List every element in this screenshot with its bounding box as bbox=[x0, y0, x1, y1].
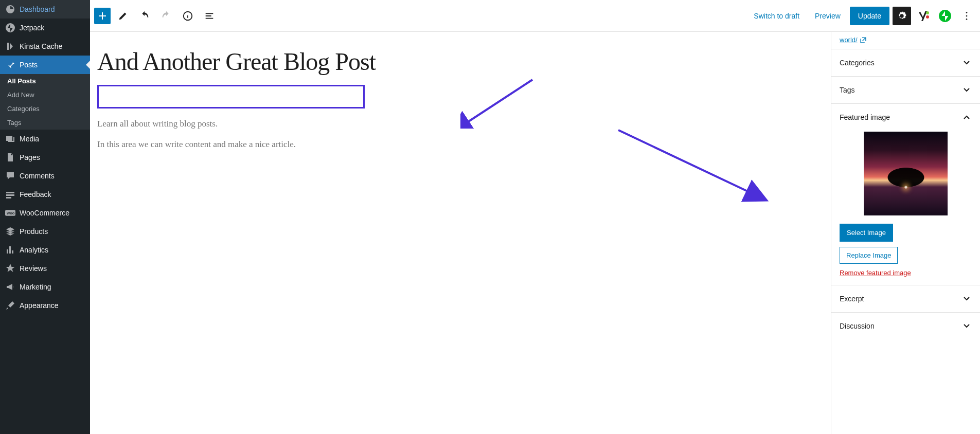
analytics-icon bbox=[5, 245, 15, 255]
edit-mode-button[interactable] bbox=[114, 7, 132, 25]
sidebar-item-marketing[interactable]: Marketing bbox=[0, 278, 90, 296]
sidebar-item-jetpack[interactable]: Jetpack bbox=[0, 19, 90, 37]
svg-point-7 bbox=[926, 15, 929, 19]
sidebar-label: Reviews bbox=[20, 264, 47, 273]
paragraph-block[interactable]: Learn all about writing blog posts. bbox=[97, 119, 623, 129]
sidebar-label: Comments bbox=[20, 172, 55, 180]
sidebar-item-dashboard[interactable]: Dashboard bbox=[0, 0, 90, 19]
switch-to-draft-button[interactable]: Switch to draft bbox=[747, 9, 806, 23]
sidebar-item-feedback[interactable]: Feedback bbox=[0, 185, 90, 204]
products-icon bbox=[5, 226, 15, 237]
permalink-row: world/ bbox=[831, 32, 980, 49]
undo-button[interactable] bbox=[135, 7, 154, 25]
sidebar-item-analytics[interactable]: Analytics bbox=[0, 241, 90, 259]
editor-canvas-scroll[interactable]: And Another Great Blog Post Learn all ab… bbox=[90, 32, 831, 434]
add-block-button[interactable] bbox=[94, 8, 111, 24]
jetpack-icon bbox=[5, 23, 15, 33]
featured-image-thumbnail[interactable] bbox=[864, 132, 948, 215]
sidebar-item-woocommerce[interactable]: woo WooCommerce bbox=[0, 204, 90, 222]
settings-button[interactable] bbox=[893, 7, 911, 25]
admin-sidebar: Dashboard Jetpack Kinsta Cache Posts All… bbox=[0, 0, 90, 434]
sidebar-label: Dashboard bbox=[20, 5, 55, 13]
sidebar-subitem-tags[interactable]: Tags bbox=[0, 116, 90, 130]
sidebar-item-reviews[interactable]: Reviews bbox=[0, 259, 90, 278]
sidebar-label: WooCommerce bbox=[20, 209, 69, 217]
sidebar-label: Kinsta Cache bbox=[20, 42, 62, 50]
more-options-button[interactable] bbox=[957, 7, 976, 25]
dashboard-icon bbox=[5, 4, 15, 14]
megaphone-icon bbox=[5, 282, 15, 292]
star-icon bbox=[5, 263, 15, 274]
post-title[interactable]: And Another Great Blog Post bbox=[97, 47, 623, 76]
pages-icon bbox=[5, 152, 15, 162]
panel-section-label: Featured image bbox=[840, 113, 890, 121]
outline-button[interactable] bbox=[200, 7, 219, 25]
settings-panel: world/ Categories Tags bbox=[831, 32, 980, 434]
sidebar-label: Feedback bbox=[20, 190, 51, 198]
panel-section-label: Categories bbox=[840, 59, 875, 67]
select-image-button[interactable]: Select Image bbox=[840, 224, 893, 242]
sidebar-subitem-all-posts[interactable]: All Posts bbox=[0, 74, 90, 88]
sidebar-item-products[interactable]: Products bbox=[0, 222, 90, 241]
remove-featured-image-link[interactable]: Remove featured image bbox=[840, 269, 972, 277]
panel-section-label: Tags bbox=[840, 86, 855, 94]
sidebar-label: Appearance bbox=[20, 301, 59, 310]
annotation-arrow bbox=[616, 128, 770, 205]
sidebar-label: Jetpack bbox=[20, 24, 44, 32]
sidebar-subitem-add-new[interactable]: Add New bbox=[0, 88, 90, 102]
sidebar-item-media[interactable]: Media bbox=[0, 130, 90, 148]
svg-text:woo: woo bbox=[6, 211, 14, 215]
permalink-link[interactable]: world/ bbox=[840, 36, 867, 44]
chevron-down-icon bbox=[961, 85, 972, 95]
feedback-icon bbox=[5, 189, 15, 200]
svg-point-9 bbox=[966, 12, 968, 13]
update-button[interactable]: Update bbox=[850, 7, 889, 25]
selected-empty-block[interactable] bbox=[97, 85, 365, 109]
bottom-spacer bbox=[106, 314, 614, 329]
info-button[interactable] bbox=[179, 7, 197, 25]
chevron-down-icon bbox=[961, 321, 972, 331]
panel-section-categories[interactable]: Categories bbox=[831, 49, 980, 76]
sidebar-label: Posts bbox=[20, 61, 38, 69]
replace-image-button[interactable]: Replace Image bbox=[840, 247, 898, 264]
media-icon bbox=[5, 134, 15, 144]
chevron-down-icon bbox=[961, 58, 972, 68]
sidebar-item-appearance[interactable]: Appearance bbox=[0, 296, 90, 315]
panel-section-tags[interactable]: Tags bbox=[831, 77, 980, 103]
redo-button[interactable] bbox=[157, 7, 175, 25]
sidebar-item-kinsta[interactable]: Kinsta Cache bbox=[0, 37, 90, 56]
sidebar-item-comments[interactable]: Comments bbox=[0, 167, 90, 185]
panel-section-excerpt[interactable]: Excerpt bbox=[831, 285, 980, 312]
paragraph-block[interactable]: In this area we can write content and ma… bbox=[97, 139, 623, 150]
brush-icon bbox=[5, 300, 15, 311]
editor-workspace: Switch to draft Preview Update bbox=[90, 0, 980, 434]
sidebar-item-pages[interactable]: Pages bbox=[0, 148, 90, 167]
jetpack-toolbar-icon[interactable] bbox=[936, 7, 954, 25]
sidebar-submenu-posts: All Posts Add New Categories Tags bbox=[0, 74, 90, 130]
svg-point-6 bbox=[926, 11, 929, 14]
sidebar-item-posts[interactable]: Posts bbox=[0, 56, 90, 74]
svg-point-11 bbox=[966, 19, 968, 20]
pin-icon bbox=[5, 60, 15, 70]
svg-point-10 bbox=[966, 15, 968, 16]
external-link-icon bbox=[860, 37, 867, 44]
panel-section-featured-image[interactable]: Featured image bbox=[831, 104, 980, 131]
panel-section-label: Excerpt bbox=[840, 295, 864, 303]
sidebar-label: Media bbox=[20, 135, 39, 143]
panel-section-discussion[interactable]: Discussion bbox=[831, 313, 980, 339]
panel-section-label: Discussion bbox=[840, 322, 875, 330]
chevron-down-icon bbox=[961, 294, 972, 304]
sidebar-label: Marketing bbox=[20, 283, 51, 291]
svg-line-13 bbox=[618, 130, 765, 200]
sidebar-label: Products bbox=[20, 227, 48, 236]
preview-button[interactable]: Preview bbox=[809, 9, 847, 23]
comments-icon bbox=[5, 171, 15, 181]
sidebar-label: Pages bbox=[20, 153, 40, 161]
chevron-up-icon bbox=[961, 112, 972, 122]
kinsta-icon bbox=[5, 41, 15, 51]
editor-toolbar: Switch to draft Preview Update bbox=[90, 0, 980, 32]
yoast-button[interactable] bbox=[914, 7, 933, 25]
sidebar-subitem-categories[interactable]: Categories bbox=[0, 102, 90, 116]
woocommerce-icon: woo bbox=[5, 208, 15, 218]
sidebar-label: Analytics bbox=[20, 246, 48, 254]
